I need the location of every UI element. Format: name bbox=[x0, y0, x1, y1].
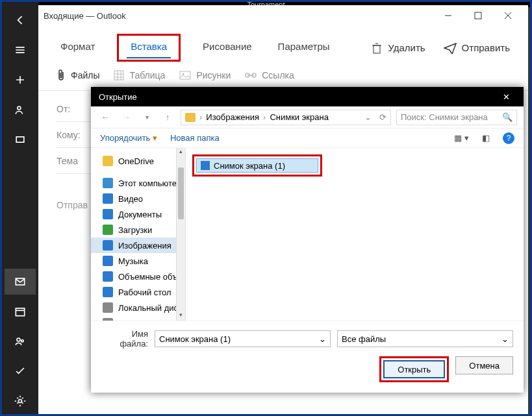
tree-label: Документы bbox=[118, 210, 162, 219]
maximize-button[interactable] bbox=[463, 5, 493, 26]
rect-icon[interactable] bbox=[5, 127, 36, 153]
ribbon-table-label: Таблица bbox=[129, 70, 165, 80]
refresh-icon[interactable]: ⟳ bbox=[379, 112, 386, 122]
crumb-dropdown-icon[interactable]: ⌄ bbox=[364, 112, 372, 122]
scroll-thumb[interactable] bbox=[178, 167, 184, 219]
breadcrumb[interactable]: › Изображения › Снимки экрана ⌄ ⟳ bbox=[181, 110, 391, 125]
chevron-down-icon[interactable]: ⌄ bbox=[501, 334, 509, 344]
contacts-icon[interactable] bbox=[5, 328, 36, 354]
tree-node-music[interactable]: Музыка bbox=[91, 253, 185, 269]
tree-scrollbar[interactable]: ▴▾ bbox=[176, 148, 185, 321]
window-titlebar: Входящие — Outlook bbox=[38, 5, 528, 26]
left-rail bbox=[2, 2, 38, 414]
search-placeholder: Поиск: Снимки экрана bbox=[401, 112, 498, 122]
minimize-button[interactable] bbox=[433, 5, 463, 26]
back-icon[interactable] bbox=[5, 7, 36, 33]
dialog-close-icon[interactable]: ✕ bbox=[496, 92, 516, 102]
nav-up-icon[interactable]: ↑ bbox=[160, 112, 175, 122]
filename-label: Имя файла: bbox=[101, 329, 148, 349]
svg-point-4 bbox=[17, 338, 20, 341]
chevron-down-icon[interactable]: ⌄ bbox=[319, 334, 326, 344]
scroll-up-icon[interactable]: ▴ bbox=[177, 148, 185, 157]
svg-rect-1 bbox=[16, 137, 24, 142]
menu-icon[interactable] bbox=[5, 37, 36, 63]
tree-node-docs[interactable]: Документы bbox=[91, 206, 185, 222]
file-open-dialog: Открытие ✕ ← → ▾ ↑ › Изображения › Снимк… bbox=[91, 87, 524, 393]
filename-combo[interactable]: Снимок экрана (1) ⌄ bbox=[155, 330, 331, 347]
tree-node-onedrive[interactable]: OneDrive bbox=[91, 153, 185, 169]
send-icon bbox=[444, 42, 457, 54]
people-icon[interactable] bbox=[5, 97, 36, 123]
svg-point-0 bbox=[18, 106, 21, 110]
trash-icon bbox=[371, 42, 383, 54]
file-list[interactable]: Снимок экрана (1) bbox=[186, 148, 524, 321]
todo-icon[interactable] bbox=[5, 358, 36, 384]
cancel-button[interactable]: Отмена bbox=[455, 356, 513, 374]
tree-node-downloads[interactable]: Загрузки bbox=[91, 222, 185, 238]
tree-label: Programm (D:) bbox=[118, 319, 174, 321]
crumb-a[interactable]: Изображения bbox=[206, 112, 259, 122]
link-icon bbox=[245, 71, 257, 79]
search-icon[interactable]: 🔍 bbox=[502, 112, 513, 122]
ribbon-link[interactable]: Ссылка bbox=[245, 70, 294, 80]
compose-icon[interactable] bbox=[5, 67, 36, 93]
tree-node-desktop[interactable]: Рабочий стол bbox=[91, 284, 185, 300]
nav-recent-icon[interactable]: ▾ bbox=[139, 114, 155, 121]
open-button[interactable]: Открыть bbox=[383, 360, 445, 378]
ribbon-files[interactable]: Файлы bbox=[57, 69, 99, 81]
window-title: Входящие — Outlook bbox=[44, 11, 433, 21]
svg-rect-9 bbox=[114, 71, 123, 80]
tab-insert[interactable]: Вставка bbox=[127, 37, 171, 58]
ribbon-table[interactable]: Таблица bbox=[114, 70, 165, 80]
crumb-b[interactable]: Снимки экрана bbox=[270, 112, 329, 122]
tree-node-3d[interactable]: Объемные объ bbox=[91, 269, 185, 284]
search-box[interactable]: Поиск: Снимки экрана 🔍 bbox=[396, 110, 517, 125]
tab-format[interactable]: Формат bbox=[57, 37, 99, 58]
help-icon[interactable]: ? bbox=[503, 132, 514, 144]
svg-point-5 bbox=[21, 340, 23, 342]
highlight-box-open: Открыть bbox=[379, 356, 449, 382]
delete-label: Удалить bbox=[388, 42, 425, 53]
svg-rect-10 bbox=[180, 71, 190, 79]
tree-label: OneDrive bbox=[118, 156, 154, 166]
tab-options[interactable]: Параметры bbox=[274, 37, 334, 58]
nav-back-icon[interactable]: ← bbox=[97, 112, 113, 122]
delete-button[interactable]: Удалить bbox=[371, 42, 425, 54]
close-button[interactable] bbox=[493, 5, 523, 26]
filter-combo[interactable]: Все файлы ⌄ bbox=[337, 330, 513, 347]
tree-label: Рабочий стол bbox=[118, 288, 171, 297]
tree-label: Локальный дис bbox=[118, 303, 178, 313]
tab-draw[interactable]: Рисование bbox=[199, 37, 256, 58]
send-label: Отправить bbox=[462, 42, 510, 53]
scroll-down-icon[interactable]: ▾ bbox=[177, 312, 185, 321]
svg-point-11 bbox=[183, 73, 184, 75]
tree-node-disk[interactable]: Programm (D:) bbox=[91, 315, 185, 321]
settings-icon[interactable] bbox=[5, 388, 36, 414]
preview-pane-icon[interactable]: ◧ bbox=[482, 133, 490, 143]
dialog-toolbar: Упорядочить ▾ Новая папка ▦ ▾ ◧ ? bbox=[91, 128, 524, 148]
new-folder-button[interactable]: Новая папка bbox=[170, 133, 220, 143]
tree-node-pc[interactable]: Этот компьютер bbox=[91, 175, 185, 191]
tree-node-video[interactable]: Видео bbox=[91, 191, 185, 206]
ribbon-pictures[interactable]: Рисунки bbox=[179, 70, 231, 80]
to-label: Кому: bbox=[57, 130, 89, 140]
highlight-box-file: Снимок экрана (1) bbox=[192, 154, 322, 177]
calendar-icon[interactable] bbox=[5, 299, 36, 324]
file-item[interactable]: Снимок экрана (1) bbox=[196, 158, 318, 173]
svg-rect-7 bbox=[475, 12, 481, 19]
tree-label: Видео bbox=[118, 194, 143, 204]
tree-node-disk[interactable]: Локальный дис bbox=[91, 300, 185, 315]
attach-icon bbox=[57, 69, 66, 81]
folder-icon bbox=[185, 113, 196, 122]
svg-point-6 bbox=[19, 400, 22, 403]
view-mode-icon[interactable]: ▦ ▾ bbox=[454, 133, 469, 143]
ribbon-tabs: Формат Вставка Рисование Параметры Удали… bbox=[38, 26, 528, 66]
send-button[interactable]: Отправить bbox=[444, 42, 510, 54]
tree-node-pictures[interactable]: Изображения bbox=[91, 238, 185, 253]
nav-forward-icon[interactable]: → bbox=[118, 112, 134, 122]
dialog-titlebar: Открытие ✕ bbox=[91, 87, 524, 106]
subject-label: Тема bbox=[57, 156, 89, 166]
mail-icon[interactable] bbox=[5, 269, 36, 295]
svg-rect-8 bbox=[374, 45, 380, 53]
sort-button[interactable]: Упорядочить ▾ bbox=[100, 133, 157, 143]
